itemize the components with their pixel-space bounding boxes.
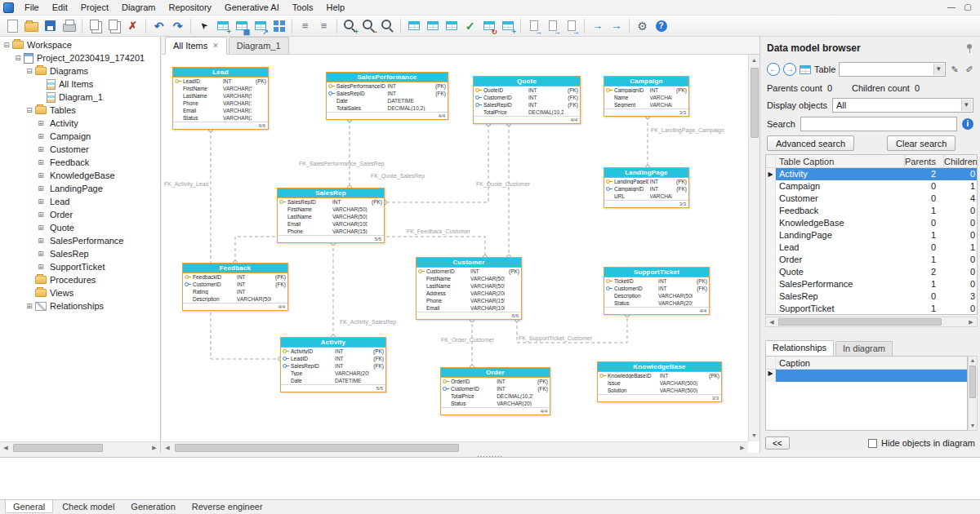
field-row[interactable]: OrderIDINT(PK) (441, 378, 550, 385)
scroll-up-icon[interactable]: ▲ (969, 357, 977, 365)
scroll-right-icon[interactable]: ▶ (737, 442, 748, 454)
field-row[interactable]: SalesRepIDINT(FK) (281, 362, 385, 370)
field-row[interactable]: QuoteIDINT(PK) (474, 86, 580, 94)
field-row[interactable]: LeadIDINT(FK) (281, 355, 385, 362)
entity-campaign[interactable]: CampaignCampaignIDINT(PK)NameVARCHAR(100… (604, 76, 689, 117)
tree-item-order[interactable]: ⊞Order (0, 208, 160, 221)
field-row[interactable]: CampaignIDINT(PK) (604, 86, 688, 94)
field-row[interactable]: SalesPerformanceIDINT(PK) (327, 82, 448, 90)
entity-title[interactable]: Customer (416, 258, 521, 268)
select-tool-button[interactable]: ➤ (195, 17, 212, 34)
tree-item-relationships[interactable]: ⊞Relationships (0, 299, 160, 312)
field-row[interactable]: LandingPageIDINT(PK) (604, 178, 688, 185)
align-objects-button[interactable]: ≡ (296, 17, 314, 34)
field-row[interactable]: DescriptionVARCHAR(500) (183, 295, 287, 303)
tree-item-diagram-1[interactable]: Diagram_1 (0, 91, 160, 104)
field-row[interactable]: SegmentVARCHAR(50) (604, 101, 688, 109)
bottom-tab-check-model[interactable]: Check model (55, 500, 122, 513)
browser-row-landingpage[interactable]: LandingPage10 (766, 229, 977, 241)
field-row[interactable]: TicketIDINT(PK) (604, 277, 709, 285)
copy-button[interactable] (87, 17, 104, 34)
entity-title[interactable]: Activity (281, 338, 385, 348)
bottom-tab-general[interactable]: General (5, 500, 53, 513)
tree-item-salesrep[interactable]: ⊞SalesRep (0, 247, 160, 260)
expander-icon[interactable]: ⊟ (14, 54, 22, 62)
field-row[interactable]: LastNameVARCHAR(50) (278, 213, 384, 220)
field-row[interactable]: NameVARCHAR(100) (604, 94, 688, 101)
undo-button[interactable]: ↶ (150, 17, 167, 34)
entity-customer[interactable]: CustomerCustomerIDINT(PK)FirstNameVARCHA… (416, 257, 522, 320)
tree-item-knowledgebase[interactable]: ⊞KnowledgeBase (0, 169, 160, 182)
tree-item-feedback[interactable]: ⊞Feedback (0, 156, 160, 169)
menu-item-file[interactable]: File (18, 0, 46, 15)
entity-title[interactable]: Campaign (604, 77, 688, 86)
canvas-horizontal-scrollbar[interactable]: ◀ ▶ (162, 441, 748, 453)
field-row[interactable]: PhoneVARCHAR(15) (416, 297, 521, 304)
field-row[interactable]: EmailVARCHAR(100) (173, 107, 268, 114)
entity-salesperformance[interactable]: SalesPerformanceSalesPerformanceIDINT(PK… (326, 72, 448, 120)
refresh-model-button[interactable]: ↻ (480, 17, 497, 34)
zoom-in-button[interactable]: + (341, 17, 359, 34)
table-columns-button[interactable] (424, 17, 441, 34)
expander-icon[interactable]: ⊟ (2, 41, 11, 49)
table-editor-button[interactable] (405, 17, 422, 34)
tree-horizontal-scrollbar[interactable]: ◀ ▶ (0, 441, 160, 453)
canvas-vertical-scrollbar[interactable]: ▲ ▼ (748, 55, 760, 441)
hide-objects-checkbox[interactable] (868, 439, 877, 448)
field-row[interactable]: StatusVARCHAR(20) (441, 400, 550, 407)
scroll-left-icon[interactable]: ◀ (162, 442, 173, 454)
scrollbar-thumb[interactable] (778, 318, 942, 326)
menu-item-generative-ai[interactable]: Generative AI (218, 0, 286, 15)
table-data-button[interactable] (443, 17, 460, 34)
bottom-tab-generation[interactable]: Generation (123, 500, 182, 513)
settings-button[interactable]: ⚙ (634, 17, 651, 34)
delete-button[interactable]: ✗ (124, 17, 141, 34)
relationship-line-fk-activity-lead[interactable] (211, 130, 280, 359)
field-row[interactable]: CustomerIDINT(PK) (416, 268, 521, 275)
tree-item-procedures[interactable]: Procedures (0, 273, 160, 286)
tree-item-views[interactable]: Views (0, 286, 160, 299)
entity-title[interactable]: Feedback (183, 264, 287, 273)
field-row[interactable]: SalesRepIDINT(FK) (327, 90, 448, 97)
expander-icon[interactable]: ⊞ (37, 237, 45, 245)
menu-item-repository[interactable]: Repository (163, 0, 219, 15)
scroll-left-icon[interactable]: ◀ (0, 442, 11, 454)
new-view-button[interactable]: ▦ (233, 17, 250, 34)
column-header-parents[interactable]: Parents (905, 155, 944, 167)
expander-icon[interactable]: ⊞ (37, 224, 45, 232)
entity-title[interactable]: Lead (173, 68, 268, 78)
field-row[interactable]: FirstNameVARCHAR(50) (173, 85, 268, 92)
zoom-out-button[interactable]: − (360, 17, 377, 34)
info-icon[interactable] (962, 118, 973, 130)
expander-icon[interactable]: ⊞ (25, 302, 33, 310)
entity-title[interactable]: Order (441, 368, 550, 378)
expander-icon[interactable]: ⊞ (37, 132, 45, 140)
entity-title[interactable]: LandingPage (604, 168, 688, 178)
field-row[interactable]: IssueVARCHAR(500) (598, 379, 721, 387)
scroll-right-icon[interactable]: ▶ (965, 317, 977, 326)
diagram-tab-diagram-1[interactable]: Diagram_1 (229, 37, 289, 54)
tab-relationships[interactable]: Relationships (765, 340, 834, 356)
entity-activity[interactable]: ActivityActivityIDINT(PK)LeadIDINT(FK)Sa… (280, 337, 386, 392)
entity-title[interactable]: SalesPerformance (327, 73, 448, 82)
forward-button[interactable] (783, 63, 796, 76)
new-table-button[interactable]: + (214, 17, 231, 34)
tree-item-salesperformance[interactable]: ⊞SalesPerformance (0, 234, 160, 247)
field-row[interactable]: FirstNameVARCHAR(50) (416, 275, 521, 282)
annotate-icon[interactable] (964, 64, 975, 75)
field-row[interactable]: CustomerIDINT(FK) (604, 285, 709, 292)
browser-row-salesrep[interactable]: SalesRep03 (766, 290, 977, 303)
scrollbar-thumb[interactable] (969, 366, 976, 398)
entity-feedback[interactable]: FeedbackFeedbackIDINT(PK)CustomerIDINT(F… (182, 263, 288, 311)
expander-icon[interactable]: ⊞ (37, 210, 45, 219)
tree-item-activity[interactable]: ⊞Activity (0, 117, 160, 130)
expander-icon[interactable]: ⊞ (37, 145, 45, 153)
entity-title[interactable]: Quote (474, 77, 580, 86)
scroll-right-icon[interactable]: ▶ (149, 442, 160, 454)
field-row[interactable]: TypeVARCHAR(20) (281, 370, 385, 377)
browser-row-lead[interactable]: Lead01 (766, 241, 977, 254)
field-row[interactable]: SalesRepIDINT(FK) (474, 101, 580, 109)
tree-item-quote[interactable]: ⊞Quote (0, 221, 160, 234)
entity-landingpage[interactable]: LandingPageLandingPageIDINT(PK)CampaignI… (604, 167, 689, 208)
menu-item-project[interactable]: Project (74, 0, 115, 15)
